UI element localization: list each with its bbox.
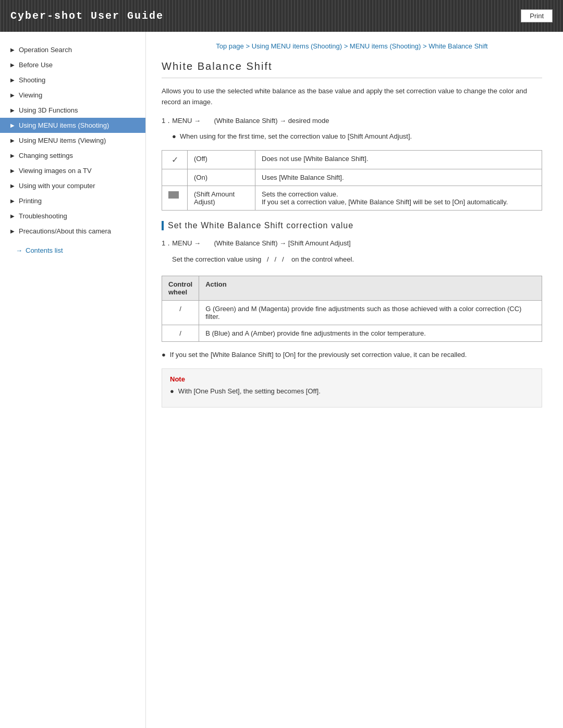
sidebar-label: Before Use	[19, 61, 53, 69]
breadcrumb-top[interactable]: Top page	[216, 42, 244, 50]
recall-note: ● If you set the [White Balance Shift] t…	[162, 350, 542, 361]
breadcrumb-menu-items[interactable]: MENU items (Shooting)	[350, 42, 421, 50]
sidebar-item-before-use[interactable]: ▶ Before Use	[0, 57, 145, 72]
table-cell-icon	[162, 186, 188, 211]
sidebar-item-troubleshooting[interactable]: ▶ Troubleshooting	[0, 208, 145, 224]
step-2: 1．MENU → (White Balance Shift) → [Shift …	[162, 238, 542, 249]
sidebar-item-shooting[interactable]: ▶ Shooting	[0, 72, 145, 88]
control-table-header: Controlwheel Action	[162, 276, 542, 300]
action-header: Action	[199, 276, 542, 300]
sidebar-label: Viewing	[19, 91, 42, 99]
app-title: Cyber-shot User Guide	[10, 10, 164, 22]
option-label: (Shift Amount Adjust)	[194, 190, 235, 206]
breadcrumb-current[interactable]: White Balance Shift	[429, 42, 487, 50]
sidebar-label: Shooting	[19, 76, 45, 84]
breadcrumb-sep1: >	[246, 42, 251, 50]
sidebar-label: Using 3D Functions	[19, 106, 78, 114]
step-2-text: 1．MENU → (White Balance Shift) → [Shift …	[162, 239, 351, 247]
sidebar-label: Troubleshooting	[19, 212, 67, 220]
table-row: (On) Uses [White Balance Shift].	[162, 169, 542, 186]
sidebar-item-using-3d[interactable]: ▶ Using 3D Functions	[0, 103, 145, 118]
arrow-icon: ▶	[10, 183, 15, 189]
table-row: / G (Green) and M (Magenta) provide fine…	[162, 300, 542, 325]
sidebar-item-printing[interactable]: ▶ Printing	[0, 193, 145, 208]
arrow-icon: ▶	[10, 213, 15, 219]
sidebar-item-computer[interactable]: ▶ Using with your computer	[0, 178, 145, 193]
table-cell-desc: Does not use [White Balance Shift].	[255, 151, 542, 169]
action-cell: B (Blue) and A (Amber) provide fine adju…	[199, 325, 542, 341]
sidebar-item-using-menu-viewing[interactable]: ▶ Using MENU items (Viewing)	[0, 133, 145, 148]
header: Cyber-shot User Guide Print	[0, 0, 563, 32]
breadcrumb-using-menu[interactable]: Using MENU items (Shooting)	[252, 42, 342, 50]
step-2-line2-text: Set the correction value using / / / on …	[172, 255, 354, 263]
sidebar-item-viewing[interactable]: ▶ Viewing	[0, 88, 145, 103]
step-1-text: 1．MENU → (White Balance Shift) → desired…	[162, 117, 329, 125]
sidebar-label: Using with your computer	[19, 182, 95, 190]
table-cell-desc: Sets the correction value.If you set a c…	[255, 186, 542, 211]
arrow-icon: ▶	[10, 107, 15, 113]
arrow-icon: ▶	[10, 228, 15, 234]
breadcrumb-sep3: >	[423, 42, 429, 50]
action-cell: G (Green) and M (Magenta) provide fine a…	[199, 300, 542, 325]
recall-note-text: If you set the [White Balance Shift] to …	[170, 350, 467, 361]
checkmark-icon: ✓	[172, 155, 178, 164]
sidebar-item-using-menu-shooting[interactable]: ▶ Using MENU items (Shooting)	[0, 118, 145, 133]
step-1: 1．MENU → (White Balance Shift) → desired…	[162, 116, 542, 127]
bullet-symbol: ●	[172, 132, 178, 140]
control-table-body: / G (Green) and M (Magenta) provide fine…	[162, 300, 542, 341]
sidebar-item-viewing-tv[interactable]: ▶ Viewing images on a TV	[0, 163, 145, 178]
sidebar-item-operation-search[interactable]: ▶ Operation Search	[0, 42, 145, 57]
breadcrumb: Top page > Using MENU items (Shooting) >…	[162, 42, 542, 50]
bullet-dot-icon: ●	[170, 386, 174, 397]
table-cell-icon: ✓	[162, 151, 188, 169]
contents-list-label: Contents list	[26, 246, 63, 254]
table-row: / B (Blue) and A (Amber) provide fine ad…	[162, 325, 542, 341]
option-label: (Off)	[194, 155, 207, 163]
sidebar-label: Changing settings	[19, 152, 73, 159]
step-2-line2: Set the correction value using / / / on …	[172, 254, 542, 265]
arrow-icon: ▶	[10, 62, 15, 68]
option-desc: Uses [White Balance Shift].	[262, 174, 344, 181]
contents-list-link[interactable]: → Contents list	[0, 241, 145, 260]
step-1-bullet: ● When using for the first time, set the…	[172, 131, 542, 142]
arrow-icon: ▶	[10, 122, 15, 128]
option-desc: Sets the correction value.If you set a c…	[262, 190, 508, 206]
note-text: With [One Push Set], the setting becomes…	[178, 386, 321, 397]
control-wheel-header: Controlwheel	[162, 276, 199, 300]
table-header-row: Controlwheel Action	[162, 276, 542, 300]
sidebar-label: Precautions/About this camera	[19, 227, 111, 235]
sidebar-item-changing-settings[interactable]: ▶ Changing settings	[0, 148, 145, 163]
option-desc: Does not use [White Balance Shift].	[262, 155, 369, 163]
step-1-bullet-text: When using for the first time, set the c…	[180, 132, 412, 140]
arrow-icon: ▶	[10, 198, 15, 204]
description: Allows you to use the selected white bal…	[162, 86, 542, 108]
arrow-icon: ▶	[10, 153, 15, 158]
main-layout: ▶ Operation Search ▶ Before Use ▶ Shooti…	[0, 32, 563, 728]
wheel-cell: /	[162, 300, 199, 325]
content-area: Top page > Using MENU items (Shooting) >…	[146, 32, 563, 728]
arrow-icon: ▶	[10, 47, 15, 53]
print-button[interactable]: Print	[521, 9, 553, 22]
sidebar-label: Viewing images on a TV	[19, 167, 92, 175]
table-cell-icon	[162, 169, 188, 186]
bullet-dot-icon: ●	[162, 350, 166, 361]
sidebar: ▶ Operation Search ▶ Before Use ▶ Shooti…	[0, 32, 146, 728]
page-title: White Balance Shift	[162, 60, 542, 78]
arrow-icon: ▶	[10, 92, 15, 98]
arrow-right-icon: →	[16, 246, 22, 254]
sidebar-item-precautions[interactable]: ▶ Precautions/About this camera	[0, 224, 145, 239]
sidebar-label: Using MENU items (Shooting)	[19, 121, 109, 129]
table-row: (Shift Amount Adjust) Sets the correctio…	[162, 186, 542, 211]
arrow-icon: ▶	[10, 77, 15, 83]
table-cell-desc: Uses [White Balance Shift].	[255, 169, 542, 186]
control-table: Controlwheel Action / G (Green) and M (M…	[162, 276, 542, 342]
table-cell-label: (Off)	[188, 151, 255, 169]
icon-img	[168, 191, 179, 199]
note-title: Note	[170, 375, 534, 383]
table-cell-label: (Shift Amount Adjust)	[188, 186, 255, 211]
section-heading: Set the White Balance Shift correction v…	[162, 221, 542, 230]
option-label: (On)	[194, 174, 207, 181]
options-table: ✓ (Off) Does not use [White Balance Shif…	[162, 150, 542, 211]
breadcrumb-sep2: >	[344, 42, 350, 50]
arrow-icon: ▶	[10, 138, 15, 143]
